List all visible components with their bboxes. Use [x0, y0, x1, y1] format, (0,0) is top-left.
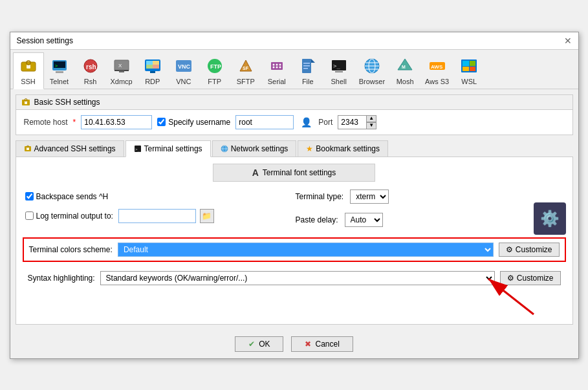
port-down-button[interactable]: ▼: [366, 122, 376, 129]
tab-terminal-label: Terminal settings: [144, 144, 202, 153]
tab-bookmark-label: Bookmark settings: [316, 144, 380, 153]
backspace-checkbox[interactable]: [25, 192, 34, 200]
protocol-ssh[interactable]: SSH: [13, 52, 44, 89]
tab-bookmark[interactable]: ★ Bookmark settings: [298, 140, 388, 157]
basic-ssh-header: Basic SSH settings: [16, 95, 572, 110]
backspace-text: Backspace sends ^H: [36, 192, 109, 201]
color-scheme-row: Terminal colors scheme: Default Dark Lig…: [23, 237, 566, 262]
color-scheme-customize-button[interactable]: ⚙ Customize: [499, 243, 560, 257]
terminal-tab-icon: >_: [134, 145, 142, 153]
protocol-rdp[interactable]: RDP: [137, 52, 168, 89]
file-label: File: [302, 78, 314, 85]
rdp-label: RDP: [145, 78, 160, 85]
tab-advanced-label: Advanced SSH settings: [34, 144, 116, 153]
file-icon: [298, 56, 318, 76]
tab-network-label: Network settings: [231, 144, 289, 153]
protocol-ftp[interactable]: FTP FTP: [199, 52, 230, 89]
protocol-wsl[interactable]: WSL: [453, 52, 485, 89]
protocol-browser[interactable]: Browser: [354, 52, 389, 89]
protocol-shell[interactable]: >_ Shell: [323, 52, 354, 89]
user-icon: 👤: [299, 115, 313, 129]
svg-point-28: [276, 63, 278, 65]
paste-delay-row: Paste delay: Auto None Short Long: [296, 209, 563, 231]
tab-network[interactable]: Network settings: [212, 140, 297, 157]
log-row: Log terminal output to: 📁: [25, 209, 293, 223]
aws-label: Aws S3: [425, 78, 449, 85]
color-scheme-customize-icon: ⚙: [506, 245, 513, 254]
svg-rect-15: [146, 61, 153, 65]
font-settings-button[interactable]: A Terminal font settings: [213, 164, 376, 182]
protocol-vnc[interactable]: VNC VNC: [168, 52, 199, 89]
protocol-aws[interactable]: AWS Aws S3: [420, 52, 453, 89]
svg-point-27: [272, 63, 274, 65]
svg-rect-37: [303, 68, 308, 69]
protocol-sftp[interactable]: SF SFTP: [230, 52, 261, 89]
log-input[interactable]: [118, 209, 196, 223]
svg-text:VNC: VNC: [178, 63, 191, 70]
title-bar: Session settings ✕: [10, 32, 578, 50]
close-button[interactable]: ✕: [564, 36, 572, 45]
ftp-label: FTP: [208, 78, 221, 85]
svg-rect-26: [271, 62, 283, 70]
tabs-bar: Advanced SSH settings >_ Terminal settin…: [16, 140, 573, 157]
syntax-customize-button[interactable]: ⚙ Customize: [500, 271, 561, 285]
port-label: Port: [318, 118, 332, 127]
ssh-icon: [18, 56, 39, 76]
specify-username-checkbox-label[interactable]: Specify username: [157, 118, 230, 127]
backspace-label[interactable]: Backspace sends ^H: [25, 192, 109, 201]
terminal-type-select[interactable]: xterm vt100 vt220 ansi: [350, 190, 389, 204]
syntax-select[interactable]: Standard keywords (OK/warning/error/...)…: [100, 271, 495, 285]
tab-advanced-ssh[interactable]: Advanced SSH settings: [16, 140, 124, 157]
port-spinner-buttons: ▲ ▼: [366, 115, 376, 129]
port-up-button[interactable]: ▲: [366, 115, 376, 122]
port-input[interactable]: [338, 115, 367, 129]
svg-rect-40: [335, 71, 343, 72]
log-folder-button[interactable]: 📁: [200, 209, 214, 223]
protocol-bar: SSH >_ Telnet rsh Rsh: [10, 50, 578, 89]
basic-ssh-row: Remote host * Specify username 👤 Port ▲ …: [16, 110, 572, 135]
cancel-button[interactable]: ✖ Cancel: [291, 336, 353, 352]
required-star: *: [73, 118, 76, 127]
protocol-rsh[interactable]: rsh Rsh: [75, 52, 106, 89]
svg-point-31: [276, 66, 278, 68]
basic-ssh-label: Basic SSH settings: [34, 98, 100, 107]
protocol-xdmcp[interactable]: X Xdmcp: [106, 52, 137, 89]
svg-point-29: [279, 63, 281, 65]
log-label[interactable]: Log terminal output to:: [25, 211, 113, 221]
tab-terminal[interactable]: >_ Terminal settings: [125, 140, 211, 157]
xdmcp-label: Xdmcp: [111, 78, 133, 85]
svg-rect-18: [153, 65, 159, 69]
terminal-type-label: Terminal type:: [296, 192, 344, 201]
tab-content: ⚙️ A Terminal font settings Backspace se…: [16, 157, 573, 325]
svg-rect-51: [463, 61, 469, 66]
protocol-file[interactable]: File: [292, 52, 323, 89]
protocol-telnet[interactable]: >_ Telnet: [44, 52, 75, 89]
syntax-row: Syntax highlighting: Standard keywords (…: [23, 267, 566, 289]
window-title: Session settings: [17, 36, 73, 45]
gear-settings-icon-box: ⚙️: [534, 202, 566, 235]
svg-rect-52: [470, 61, 475, 66]
svg-rect-16: [153, 61, 159, 65]
svg-rect-54: [470, 67, 475, 71]
log-checkbox[interactable]: [25, 211, 34, 220]
remote-host-input[interactable]: [81, 115, 152, 129]
specify-username-checkbox[interactable]: [157, 118, 166, 126]
gear-icon: ⚙️: [540, 210, 560, 228]
ok-button[interactable]: ✔ OK: [235, 336, 283, 352]
serial-label: Serial: [268, 78, 286, 85]
backspace-row: Backspace sends ^H: [25, 190, 293, 204]
remote-host-label: Remote host: [24, 118, 68, 127]
ftp-icon: FTP: [204, 56, 225, 76]
syntax-customize-label: Customize: [517, 274, 554, 283]
username-input[interactable]: [235, 115, 294, 129]
paste-delay-select[interactable]: Auto None Short Long: [345, 213, 383, 227]
protocol-serial[interactable]: Serial: [261, 52, 292, 89]
vnc-icon: VNC: [173, 56, 194, 76]
svg-point-30: [272, 66, 274, 68]
vnc-label: VNC: [176, 78, 191, 85]
protocol-mosh[interactable]: M Mosh: [389, 52, 420, 89]
sftp-icon: SF: [235, 56, 256, 76]
svg-text:>_: >_: [55, 63, 61, 69]
color-scheme-select[interactable]: Default Dark Light Solarized: [118, 243, 494, 257]
syntax-label: Syntax highlighting:: [28, 274, 95, 283]
